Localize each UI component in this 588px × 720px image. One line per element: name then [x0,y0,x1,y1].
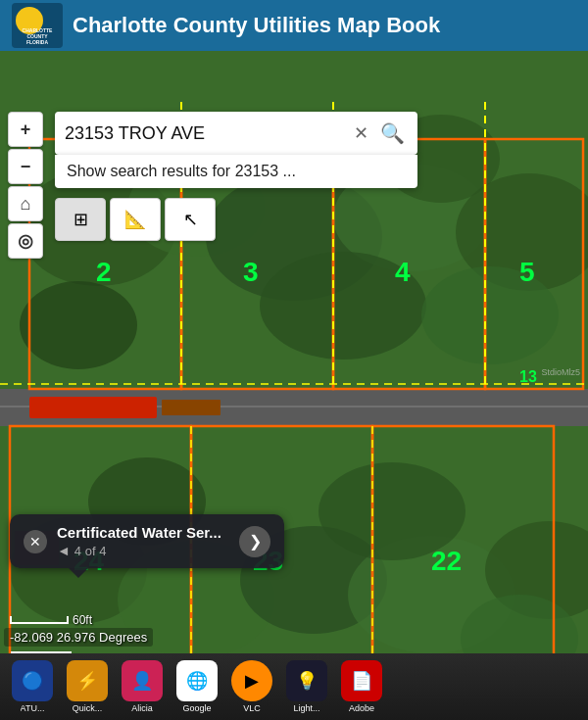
svg-rect-42 [29,397,157,418]
search-dropdown-text: Show search results for 23153 ... [67,163,296,179]
locate-button[interactable]: ◎ [8,223,43,259]
svg-text:13: 13 [519,368,537,385]
layers-tool-button[interactable]: ⊞ [55,198,106,241]
search-button[interactable]: 🔍 [376,118,408,149]
adobe-icon: 📄 [341,660,382,701]
taskbar-item-atu[interactable]: 🔵 ATU... [8,658,57,715]
home-button[interactable]: ⌂ [8,186,43,221]
google-label: Google [182,703,211,713]
zoom-in-button[interactable]: + [8,112,43,147]
search-input[interactable] [65,123,349,144]
lightroom-icon: 💡 [286,660,327,701]
quick-icon: ⚡ [67,660,108,701]
google-icon: 🌐 [176,660,218,701]
svg-text:22: 22 [431,546,462,576]
taskbar-item-adobe[interactable]: 📄 Adobe [337,658,386,715]
search-container: ✕ 🔍 Show search results for 23153 ... [55,112,417,188]
taskbar-item-quick[interactable]: ⚡ Quick... [63,658,112,715]
logo-text: CHARLOTTECOUNTYFLORIDA [12,27,63,45]
measure-tool-button[interactable]: 📐 [110,198,161,241]
popup-close-button[interactable]: ✕ [24,530,47,553]
coordinates-display: -82.069 26.976 Degrees [4,628,153,647]
popup-subtitle: ◄ 4 of 4 [57,543,229,558]
header: CHARLOTTECOUNTYFLORIDA Charlotte County … [0,0,588,51]
clear-search-button[interactable]: ✕ [349,121,372,145]
header-title: Charlotte County Utilities Map Book [73,13,440,38]
svg-point-6 [20,281,137,369]
map-container[interactable]: 2 3 4 5 13 24 23 22 StdioMlz5 + − ⌂ ◎ [0,51,588,720]
scale-bar: 60ft [10,613,92,627]
alicia-icon: 👤 [122,660,163,701]
next-icon: ❯ [249,532,262,551]
info-popup: ✕ Certificated Water Ser... ◄ 4 of 4 ❯ [10,514,284,568]
svg-point-8 [421,266,559,364]
taskbar-item-google[interactable]: 🌐 Google [172,658,221,715]
atu-icon: 🔵 [12,660,53,701]
adobe-label: Adobe [349,703,374,713]
header-logo: CHARLOTTECOUNTYFLORIDA [12,3,63,48]
scale-line [10,616,69,624]
zoom-out-button[interactable]: − [8,149,43,184]
select-tool-button[interactable]: ↖ [165,198,216,241]
taskbar-item-alicia[interactable]: 👤 Alicia [118,658,167,715]
taskbar: 🔵 ATU... ⚡ Quick... 👤 Alicia 🌐 Google ▶ … [0,653,588,720]
scale-label: 60ft [73,613,92,627]
search-dropdown-item[interactable]: Show search results for 23153 ... [55,155,417,188]
toolbar-left: + − ⌂ ◎ [8,112,43,259]
popup-page-indicator: 4 of 4 [74,544,107,558]
taskbar-item-lightroom[interactable]: 💡 Light... [282,658,331,715]
close-icon: ✕ [29,534,41,550]
alicia-label: Alicia [131,703,153,713]
svg-text:3: 3 [243,257,259,287]
vlc-label: VLC [243,703,261,713]
atu-label: ATU... [21,703,45,713]
taskbar-item-vlc[interactable]: ▶ VLC [227,658,276,715]
map-tools: ⊞ 📐 ↖ [55,198,216,241]
popup-title: Certificated Water Ser... [57,524,229,541]
vlc-icon: ▶ [231,660,272,701]
popup-content: Certificated Water Ser... ◄ 4 of 4 [57,524,229,558]
popup-prev-icon: ◄ [57,543,71,558]
search-box: ✕ 🔍 [55,112,417,155]
svg-text:2: 2 [96,257,112,287]
svg-rect-43 [162,400,220,415]
svg-text:5: 5 [519,257,535,287]
lightroom-label: Light... [293,703,319,713]
quick-label: Quick... [73,703,103,713]
watermark: StdioMlz5 [541,367,580,377]
popup-next-button[interactable]: ❯ [239,526,270,557]
popup-caret [69,568,88,578]
svg-text:4: 4 [395,257,411,287]
